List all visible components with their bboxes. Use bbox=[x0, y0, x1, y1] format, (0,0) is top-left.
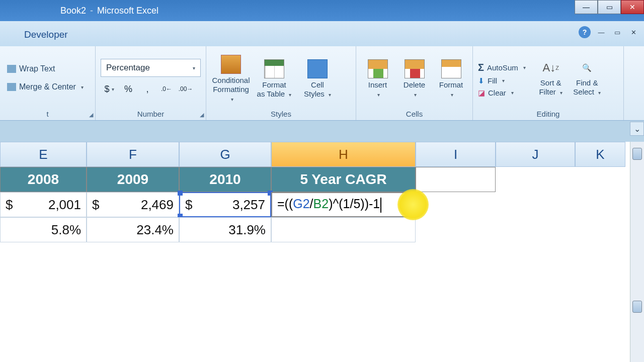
decrease-decimal-button[interactable]: .00→ bbox=[177, 81, 194, 97]
cell-I3[interactable] bbox=[416, 217, 496, 242]
help-icon[interactable]: ? bbox=[579, 26, 591, 38]
eraser-icon: ◪ bbox=[478, 88, 485, 98]
formula-text: =((G2/B2)^(1/5))-1 bbox=[277, 197, 381, 212]
merge-center-icon bbox=[7, 83, 16, 91]
cell-styles-icon bbox=[307, 59, 328, 78]
clear-label: Clear bbox=[488, 88, 506, 97]
dialog-launcher-icon[interactable]: ◢ bbox=[89, 112, 93, 118]
col-header-E[interactable]: E bbox=[0, 142, 87, 167]
wrap-text-button[interactable]: Wrap Text bbox=[5, 61, 86, 76]
cell-H3[interactable] bbox=[271, 217, 416, 242]
col-header-F[interactable]: F bbox=[87, 142, 179, 167]
close-button[interactable]: ✕ bbox=[621, 0, 644, 14]
cell-H1[interactable]: 5 Year CAGR bbox=[271, 167, 416, 192]
cell-G1[interactable]: 2010 bbox=[179, 167, 271, 192]
ribbon-tabs: Developer ? — ▭ ✕ bbox=[0, 21, 644, 46]
percent-format-button[interactable]: % bbox=[120, 81, 137, 97]
title-bar: Book2 - Microsoft Excel — ▭ ✕ bbox=[0, 0, 644, 21]
fill-icon: ⬇ bbox=[478, 76, 485, 85]
col-header-I[interactable]: I bbox=[416, 142, 496, 167]
find-select-button[interactable]: 🔍 Find &Select ▾ bbox=[570, 59, 604, 97]
cell-H2-editing[interactable]: =((G2/B2)^(1/5))-1 bbox=[271, 192, 416, 217]
cell-value: 3,257 bbox=[232, 197, 265, 213]
ribbon-collapse-button[interactable]: ⌄ bbox=[630, 122, 644, 136]
cell-I1[interactable] bbox=[416, 167, 496, 192]
format-label: Format bbox=[439, 80, 463, 89]
number-format-value: Percentage bbox=[106, 63, 150, 73]
merge-center-button[interactable]: Merge & Center ▾ bbox=[5, 79, 86, 95]
autosum-label: AutoSum bbox=[487, 63, 518, 72]
cell-G3[interactable]: 31.9% bbox=[179, 217, 271, 242]
dialog-launcher-icon[interactable]: ◢ bbox=[200, 112, 204, 118]
format-icon bbox=[441, 59, 461, 78]
group-alignment: Wrap Text Merge & Center ▾ t ◢ bbox=[0, 46, 96, 120]
merge-center-label: Merge & Center bbox=[19, 82, 76, 92]
autosum-button[interactable]: Σ AutoSum ▾ bbox=[478, 62, 526, 73]
cell-K2[interactable] bbox=[575, 192, 625, 217]
tab-developer[interactable]: Developer bbox=[10, 25, 82, 46]
cell-K3[interactable] bbox=[575, 217, 625, 242]
cell-E1[interactable]: 2008 bbox=[0, 167, 87, 192]
accounting-format-button[interactable]: $ ▾ bbox=[101, 81, 118, 97]
chevron-down-icon: ▾ bbox=[502, 78, 505, 83]
number-group-label: Number bbox=[137, 110, 164, 118]
formula-pre: =(( bbox=[277, 197, 293, 211]
window-controls: — ▭ ✕ bbox=[575, 0, 644, 14]
sort-filter-button[interactable]: A↓Z Sort &Filter ▾ bbox=[534, 59, 568, 97]
increase-decimal-button[interactable]: .0← bbox=[158, 81, 175, 97]
find-l1: Find & bbox=[576, 78, 598, 87]
delete-cells-button[interactable]: Delete▾ bbox=[398, 57, 431, 99]
wrap-text-label: Wrap Text bbox=[19, 64, 55, 73]
cell-I2[interactable] bbox=[416, 192, 496, 217]
chevron-down-icon: ▾ bbox=[511, 90, 514, 96]
cell-E2[interactable]: $ 2,001 bbox=[0, 192, 87, 217]
find-select-icon: 🔍 bbox=[578, 59, 596, 76]
conditional-formatting-button[interactable]: ConditionalFormatting ▾ bbox=[211, 53, 251, 103]
col-header-K[interactable]: K bbox=[575, 142, 625, 167]
cf-l1: Conditional bbox=[212, 76, 250, 84]
col-header-J[interactable]: J bbox=[496, 142, 575, 167]
cell-K1[interactable] bbox=[575, 167, 625, 192]
chevron-down-icon: ▾ bbox=[598, 90, 601, 96]
inner-minimize-button[interactable]: — bbox=[596, 27, 607, 38]
chevron-down-icon: ▾ bbox=[289, 92, 291, 98]
insert-cells-button[interactable]: Insert▾ bbox=[361, 57, 394, 99]
fill-button[interactable]: ⬇ Fill ▾ bbox=[478, 76, 526, 85]
cs-l2: Styles bbox=[304, 89, 325, 98]
cell-styles-button[interactable]: CellStyles ▾ bbox=[298, 57, 337, 99]
fill-label: Fill bbox=[488, 76, 497, 85]
clear-button[interactable]: ◪ Clear ▾ bbox=[478, 88, 526, 98]
group-styles: ConditionalFormatting ▾ Formatas Table ▾… bbox=[206, 46, 356, 120]
chevron-down-icon: ▾ bbox=[193, 65, 195, 71]
styles-group-label: Styles bbox=[271, 110, 291, 118]
cf-l2: Formatting bbox=[213, 85, 249, 94]
app-name: Microsoft Excel bbox=[97, 6, 158, 16]
cell-F2[interactable]: $ 2,469 bbox=[87, 192, 179, 217]
inner-close-button[interactable]: ✕ bbox=[628, 27, 639, 38]
comma-format-button[interactable]: , bbox=[139, 81, 156, 97]
cell-F3[interactable]: 23.4% bbox=[87, 217, 179, 242]
col-header-H[interactable]: H bbox=[271, 142, 416, 167]
format-as-table-button[interactable]: Formatas Table ▾ bbox=[255, 57, 294, 99]
cell-F1[interactable]: 2009 bbox=[87, 167, 179, 192]
cs-l1: Cell bbox=[311, 80, 324, 89]
chevron-down-icon: ▾ bbox=[112, 86, 114, 92]
cell-G2[interactable]: $ 3,257 bbox=[179, 192, 271, 217]
number-format-select[interactable]: Percentage ▾ bbox=[101, 59, 201, 77]
scrollbar-thumb[interactable] bbox=[632, 148, 642, 160]
cell-J2[interactable] bbox=[496, 192, 575, 217]
cell-J3[interactable] bbox=[496, 217, 575, 242]
col-header-G[interactable]: G bbox=[179, 142, 271, 167]
wrap-text-icon bbox=[7, 65, 16, 73]
cell-J1[interactable] bbox=[496, 167, 575, 192]
cells-group-label: Cells bbox=[406, 110, 423, 118]
worksheet[interactable]: E F G H I J K 2008 2009 2010 5 Year CAGR… bbox=[0, 142, 630, 362]
scrollbar-thumb-lower[interactable] bbox=[632, 301, 642, 313]
cell-E3[interactable]: 5.8% bbox=[0, 217, 87, 242]
format-cells-button[interactable]: Format▾ bbox=[435, 57, 467, 99]
maximize-button[interactable]: ▭ bbox=[598, 0, 621, 14]
chevron-down-icon: ▾ bbox=[377, 92, 380, 98]
minimize-button[interactable]: — bbox=[575, 0, 598, 14]
vertical-scrollbar[interactable] bbox=[630, 142, 644, 362]
inner-restore-button[interactable]: ▭ bbox=[612, 27, 623, 38]
